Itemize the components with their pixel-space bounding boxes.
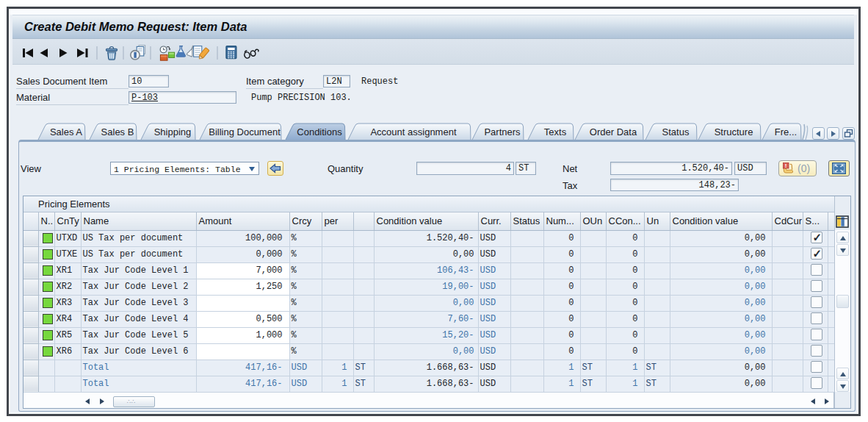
svg-text:Status: Status <box>662 126 690 137</box>
svg-text:Account assignment: Account assignment <box>370 126 456 137</box>
svg-text:Shipping: Shipping <box>154 126 192 137</box>
svg-text:Billing Document: Billing Document <box>209 126 281 137</box>
svg-text:Partners: Partners <box>484 126 521 137</box>
svg-text:Sales B: Sales B <box>101 126 134 137</box>
svg-text:!: ! <box>785 162 787 169</box>
svg-text:Texts: Texts <box>544 126 567 137</box>
svg-text:Order Data: Order Data <box>590 126 637 137</box>
svg-text:Conditions: Conditions <box>297 126 342 137</box>
svg-text:Structure: Structure <box>715 126 753 137</box>
svg-text:Sales A: Sales A <box>50 126 82 137</box>
svg-text:Fre...: Fre... <box>775 126 797 137</box>
